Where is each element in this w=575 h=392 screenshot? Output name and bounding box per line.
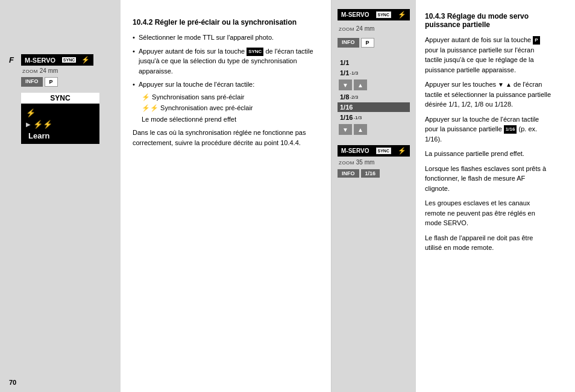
up-arrow-1[interactable]: ▲ xyxy=(354,79,367,90)
up-arrow-icon: ▲ xyxy=(506,81,512,88)
device-section-2: M-SERVO SYNC ⚡ Zoom 35 mm INFO 1/16 xyxy=(338,145,410,182)
device-info-p-top: INFO P xyxy=(338,38,410,48)
right-para-7: Le flash de l'appareil ne doit pas être … xyxy=(425,233,551,253)
down-arrow-1[interactable]: ▼ xyxy=(339,79,352,90)
device-m-servo-top: M-SERVO SYNC ⚡ xyxy=(338,9,410,20)
power-btn-bottom[interactable]: 1/16 xyxy=(361,169,380,178)
power-fraction-1-sub: 1/1 xyxy=(340,69,349,76)
mode-effect-text: Le mode sélectionné prend effet xyxy=(139,114,316,125)
footer-text: Dans le cas où la synchronisation réglée… xyxy=(133,128,316,148)
sync-items: ⚡ ▶ ⚡⚡ Learn xyxy=(21,104,99,144)
device-zoom-bottom: Zoom 35 mm xyxy=(338,158,410,167)
sync-title: SYNC xyxy=(21,93,99,104)
power-rows: 1/1 1/1 -1/3 ▼ ▲ 1/8 -2/3 1/16 xyxy=(338,58,410,137)
zoom-value: 24 mm xyxy=(40,67,58,74)
power-row-1-16-sub: 1/16 -1/3 xyxy=(338,113,410,122)
power-row-1-1-sub: 1/1 -1/3 xyxy=(338,68,410,78)
sync-badge-top: SYNC xyxy=(376,11,391,18)
middle-panel: 10.4.2 Régler le pré-éclair ou la synchr… xyxy=(121,0,331,392)
m-servo-label: M-SERVO xyxy=(25,57,55,64)
sync-item-1: ⚡ xyxy=(26,107,95,119)
power-sup-1-16: -1/3 xyxy=(353,115,362,120)
left-panel: F M-SERVO SYNC ⚡ ZOOM 24 mm INFO P SYNC … xyxy=(0,0,121,392)
zoom-value-top: 24 mm xyxy=(356,25,375,32)
info-button-left[interactable]: INFO xyxy=(21,77,43,87)
info-btn-bottom[interactable]: INFO xyxy=(338,169,359,178)
m-servo-bar: M-SERVO SYNC ⚡ xyxy=(21,54,93,66)
power-fraction-1-16: 1/16 xyxy=(340,104,353,111)
power-row-1-1: 1/1 xyxy=(338,58,410,67)
p-badge: P xyxy=(533,36,539,45)
power-sup-1: -1/3 xyxy=(350,70,358,76)
device-m-servo-bottom: M-SERVO SYNC ⚡ xyxy=(338,145,410,157)
power-fraction-1-16-sub: 1/16 xyxy=(340,114,353,121)
page-number: 70 xyxy=(9,379,16,386)
flash-icon-2: ⚡⚡ xyxy=(33,120,52,129)
sync-section: SYNC ⚡ ▶ ⚡⚡ Learn xyxy=(21,93,99,144)
power-badge: 1/16 xyxy=(504,125,517,134)
middle-section-title: 10.4.2 Régler le pré-éclair ou la synchr… xyxy=(133,18,316,26)
info-btn-top[interactable]: INFO xyxy=(338,38,359,48)
zoom-label-bottom: Zoom xyxy=(339,160,354,166)
right-para-6: Les groupes esclaves et les canaux remot… xyxy=(425,198,551,228)
flash-icon-top: ⚡ xyxy=(398,11,406,19)
content-column: 10.4.3 Réglage du mode servo puissance p… xyxy=(416,0,561,392)
info-p-row: INFO P xyxy=(21,77,121,87)
m-servo-label-top: M-SERVO xyxy=(341,11,369,18)
learn-label: Learn xyxy=(26,131,95,140)
right-section-title: 10.4.3 Réglage du mode servo puissance p… xyxy=(425,12,551,29)
f-label: F xyxy=(6,54,17,65)
zoom-label-top: Zoom xyxy=(339,26,354,32)
zoom-label: ZOOM xyxy=(22,69,38,74)
right-para-4: La puissance partielle prend effet. xyxy=(425,149,551,159)
power-sup-1-8: -2/3 xyxy=(350,95,358,100)
bullet-2: Appuyer autant de fois sur la touche SYN… xyxy=(133,46,316,76)
arrow-btn-row-2: ▼ ▲ xyxy=(338,124,410,135)
arrow-right-icon: ▶ xyxy=(26,121,31,128)
flash-icon-1: ⚡ xyxy=(26,108,36,117)
sync-item-2: ▶ ⚡⚡ xyxy=(26,119,95,130)
power-fraction-1: 1/1 xyxy=(340,59,349,66)
device-column: M-SERVO SYNC ⚡ Zoom 24 mm INFO P 1/1 1/1… xyxy=(331,0,416,392)
power-row-1-16-hl: 1/16 xyxy=(338,102,410,112)
device-info-p-bottom: INFO 1/16 xyxy=(338,169,410,178)
down-arrow-icon: ▼ xyxy=(498,81,504,88)
right-para-3: Appuyer sur la touche de l'écran tactile… xyxy=(425,114,551,145)
zoom-line: ZOOM 24 mm xyxy=(21,66,121,76)
down-arrow-2[interactable]: ▼ xyxy=(339,124,352,135)
bullet-1: Sélectionner le mode TTL sur l'appareil … xyxy=(133,33,316,43)
right-panel: M-SERVO SYNC ⚡ Zoom 24 mm INFO P 1/1 1/1… xyxy=(331,0,561,392)
p-btn-top[interactable]: P xyxy=(361,38,374,48)
power-fraction-1-8: 1/8 xyxy=(340,93,349,101)
flash-icon-left: ⚡ xyxy=(81,56,90,64)
sync-badge-inline: SYNC xyxy=(247,48,263,56)
bullet-3: Appuyer sur la touche de l'écran tactile… xyxy=(133,79,316,124)
flash-icon-opt2: ⚡⚡ xyxy=(142,104,159,111)
right-para-1: Appuyer autant de fois sur la touche P p… xyxy=(425,35,551,75)
m-servo-label-bottom: M-SERVO xyxy=(341,148,369,154)
device-zoom-top: Zoom 24 mm xyxy=(338,24,410,33)
right-para-5: Lorsque les flashes esclaves sont prêts … xyxy=(425,164,551,194)
flash-icon-opt1: ⚡ xyxy=(142,93,150,101)
power-row-1-8: 1/8 -2/3 xyxy=(338,92,410,102)
sync-badge: SYNC xyxy=(62,57,76,63)
zoom-value-bottom: 35 mm xyxy=(356,159,375,166)
device-panel: M-SERVO SYNC ⚡ ZOOM 24 mm INFO P xyxy=(21,54,121,87)
p-button-left[interactable]: P xyxy=(45,77,58,87)
up-arrow-2[interactable]: ▲ xyxy=(354,124,367,135)
sync-badge-bottom: SYNC xyxy=(376,148,391,154)
page-container: F M-SERVO SYNC ⚡ ZOOM 24 mm INFO P SYNC … xyxy=(0,0,575,392)
right-para-2: Appuyer sur les touches ▼ ▲ de l'écran t… xyxy=(425,79,551,110)
flash-icon-bottom: ⚡ xyxy=(398,147,406,155)
arrow-btn-row-1: ▼ ▲ xyxy=(338,79,410,90)
